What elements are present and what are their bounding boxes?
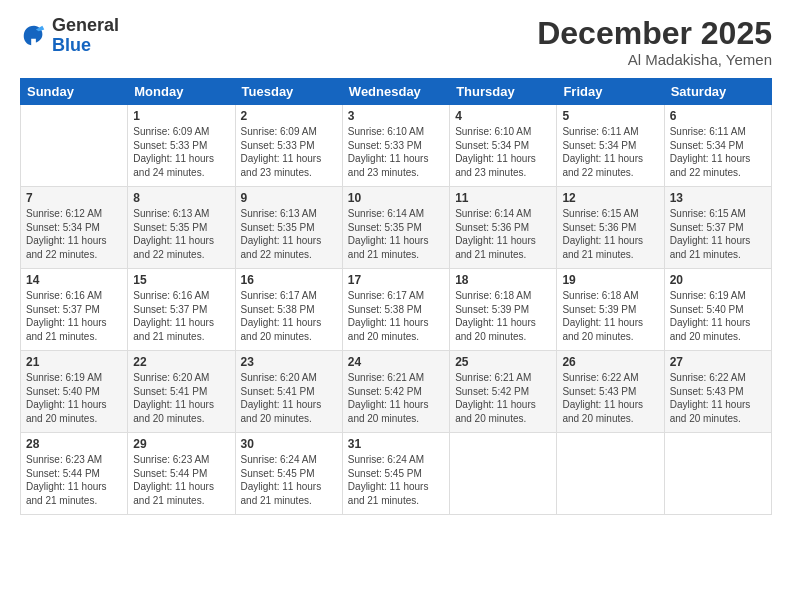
calendar-week-row: 21Sunrise: 6:19 AM Sunset: 5:40 PM Dayli…	[21, 351, 772, 433]
day-number: 16	[241, 273, 337, 287]
day-info: Sunrise: 6:12 AM Sunset: 5:34 PM Dayligh…	[26, 207, 122, 261]
logo-icon	[20, 22, 48, 50]
calendar-cell: 13Sunrise: 6:15 AM Sunset: 5:37 PM Dayli…	[664, 187, 771, 269]
calendar-header-row: SundayMondayTuesdayWednesdayThursdayFrid…	[21, 79, 772, 105]
day-info: Sunrise: 6:11 AM Sunset: 5:34 PM Dayligh…	[562, 125, 658, 179]
calendar-cell: 11Sunrise: 6:14 AM Sunset: 5:36 PM Dayli…	[450, 187, 557, 269]
day-number: 1	[133, 109, 229, 123]
day-info: Sunrise: 6:20 AM Sunset: 5:41 PM Dayligh…	[133, 371, 229, 425]
month-title: December 2025	[537, 16, 772, 51]
day-number: 15	[133, 273, 229, 287]
day-number: 24	[348, 355, 444, 369]
calendar-cell: 4Sunrise: 6:10 AM Sunset: 5:34 PM Daylig…	[450, 105, 557, 187]
calendar-table: SundayMondayTuesdayWednesdayThursdayFrid…	[20, 78, 772, 515]
day-number: 31	[348, 437, 444, 451]
calendar-cell: 31Sunrise: 6:24 AM Sunset: 5:45 PM Dayli…	[342, 433, 449, 515]
calendar-cell: 26Sunrise: 6:22 AM Sunset: 5:43 PM Dayli…	[557, 351, 664, 433]
calendar-cell: 23Sunrise: 6:20 AM Sunset: 5:41 PM Dayli…	[235, 351, 342, 433]
column-header-friday: Friday	[557, 79, 664, 105]
day-info: Sunrise: 6:16 AM Sunset: 5:37 PM Dayligh…	[133, 289, 229, 343]
title-block: December 2025 Al Madakisha, Yemen	[537, 16, 772, 68]
calendar-cell: 24Sunrise: 6:21 AM Sunset: 5:42 PM Dayli…	[342, 351, 449, 433]
day-info: Sunrise: 6:19 AM Sunset: 5:40 PM Dayligh…	[26, 371, 122, 425]
calendar-cell: 10Sunrise: 6:14 AM Sunset: 5:35 PM Dayli…	[342, 187, 449, 269]
calendar-cell	[21, 105, 128, 187]
logo: General Blue	[20, 16, 119, 56]
logo-text-block: General Blue	[52, 16, 119, 56]
location: Al Madakisha, Yemen	[537, 51, 772, 68]
day-number: 19	[562, 273, 658, 287]
day-number: 13	[670, 191, 766, 205]
day-info: Sunrise: 6:13 AM Sunset: 5:35 PM Dayligh…	[133, 207, 229, 261]
column-header-saturday: Saturday	[664, 79, 771, 105]
calendar-cell: 14Sunrise: 6:16 AM Sunset: 5:37 PM Dayli…	[21, 269, 128, 351]
day-number: 12	[562, 191, 658, 205]
calendar-cell: 25Sunrise: 6:21 AM Sunset: 5:42 PM Dayli…	[450, 351, 557, 433]
day-info: Sunrise: 6:13 AM Sunset: 5:35 PM Dayligh…	[241, 207, 337, 261]
calendar-week-row: 1Sunrise: 6:09 AM Sunset: 5:33 PM Daylig…	[21, 105, 772, 187]
day-number: 5	[562, 109, 658, 123]
day-info: Sunrise: 6:24 AM Sunset: 5:45 PM Dayligh…	[241, 453, 337, 507]
day-number: 4	[455, 109, 551, 123]
calendar-cell	[664, 433, 771, 515]
calendar-cell: 2Sunrise: 6:09 AM Sunset: 5:33 PM Daylig…	[235, 105, 342, 187]
day-info: Sunrise: 6:09 AM Sunset: 5:33 PM Dayligh…	[133, 125, 229, 179]
logo-text: General Blue	[52, 16, 119, 56]
calendar-cell: 30Sunrise: 6:24 AM Sunset: 5:45 PM Dayli…	[235, 433, 342, 515]
calendar-cell: 21Sunrise: 6:19 AM Sunset: 5:40 PM Dayli…	[21, 351, 128, 433]
day-info: Sunrise: 6:21 AM Sunset: 5:42 PM Dayligh…	[455, 371, 551, 425]
day-info: Sunrise: 6:10 AM Sunset: 5:33 PM Dayligh…	[348, 125, 444, 179]
calendar-cell	[450, 433, 557, 515]
day-number: 2	[241, 109, 337, 123]
day-info: Sunrise: 6:18 AM Sunset: 5:39 PM Dayligh…	[455, 289, 551, 343]
calendar-cell: 16Sunrise: 6:17 AM Sunset: 5:38 PM Dayli…	[235, 269, 342, 351]
day-number: 29	[133, 437, 229, 451]
day-number: 8	[133, 191, 229, 205]
calendar-cell: 28Sunrise: 6:23 AM Sunset: 5:44 PM Dayli…	[21, 433, 128, 515]
calendar-cell: 3Sunrise: 6:10 AM Sunset: 5:33 PM Daylig…	[342, 105, 449, 187]
day-info: Sunrise: 6:17 AM Sunset: 5:38 PM Dayligh…	[241, 289, 337, 343]
calendar-cell: 18Sunrise: 6:18 AM Sunset: 5:39 PM Dayli…	[450, 269, 557, 351]
calendar-cell: 9Sunrise: 6:13 AM Sunset: 5:35 PM Daylig…	[235, 187, 342, 269]
day-number: 27	[670, 355, 766, 369]
day-number: 26	[562, 355, 658, 369]
calendar-cell: 17Sunrise: 6:17 AM Sunset: 5:38 PM Dayli…	[342, 269, 449, 351]
calendar-cell: 15Sunrise: 6:16 AM Sunset: 5:37 PM Dayli…	[128, 269, 235, 351]
page: General Blue December 2025 Al Madakisha,…	[0, 0, 792, 612]
day-info: Sunrise: 6:21 AM Sunset: 5:42 PM Dayligh…	[348, 371, 444, 425]
column-header-sunday: Sunday	[21, 79, 128, 105]
calendar-week-row: 28Sunrise: 6:23 AM Sunset: 5:44 PM Dayli…	[21, 433, 772, 515]
calendar-week-row: 7Sunrise: 6:12 AM Sunset: 5:34 PM Daylig…	[21, 187, 772, 269]
day-info: Sunrise: 6:22 AM Sunset: 5:43 PM Dayligh…	[670, 371, 766, 425]
day-info: Sunrise: 6:14 AM Sunset: 5:36 PM Dayligh…	[455, 207, 551, 261]
calendar-week-row: 14Sunrise: 6:16 AM Sunset: 5:37 PM Dayli…	[21, 269, 772, 351]
calendar-cell: 6Sunrise: 6:11 AM Sunset: 5:34 PM Daylig…	[664, 105, 771, 187]
day-info: Sunrise: 6:23 AM Sunset: 5:44 PM Dayligh…	[133, 453, 229, 507]
day-info: Sunrise: 6:15 AM Sunset: 5:37 PM Dayligh…	[670, 207, 766, 261]
day-number: 23	[241, 355, 337, 369]
calendar-cell: 7Sunrise: 6:12 AM Sunset: 5:34 PM Daylig…	[21, 187, 128, 269]
day-info: Sunrise: 6:11 AM Sunset: 5:34 PM Dayligh…	[670, 125, 766, 179]
day-info: Sunrise: 6:16 AM Sunset: 5:37 PM Dayligh…	[26, 289, 122, 343]
column-header-thursday: Thursday	[450, 79, 557, 105]
day-number: 7	[26, 191, 122, 205]
calendar-cell: 22Sunrise: 6:20 AM Sunset: 5:41 PM Dayli…	[128, 351, 235, 433]
day-number: 18	[455, 273, 551, 287]
column-header-monday: Monday	[128, 79, 235, 105]
day-number: 9	[241, 191, 337, 205]
day-number: 20	[670, 273, 766, 287]
day-number: 14	[26, 273, 122, 287]
day-info: Sunrise: 6:23 AM Sunset: 5:44 PM Dayligh…	[26, 453, 122, 507]
day-number: 17	[348, 273, 444, 287]
day-info: Sunrise: 6:22 AM Sunset: 5:43 PM Dayligh…	[562, 371, 658, 425]
day-info: Sunrise: 6:17 AM Sunset: 5:38 PM Dayligh…	[348, 289, 444, 343]
calendar-cell: 19Sunrise: 6:18 AM Sunset: 5:39 PM Dayli…	[557, 269, 664, 351]
calendar-cell	[557, 433, 664, 515]
day-number: 3	[348, 109, 444, 123]
calendar-cell: 5Sunrise: 6:11 AM Sunset: 5:34 PM Daylig…	[557, 105, 664, 187]
day-info: Sunrise: 6:19 AM Sunset: 5:40 PM Dayligh…	[670, 289, 766, 343]
day-info: Sunrise: 6:10 AM Sunset: 5:34 PM Dayligh…	[455, 125, 551, 179]
day-number: 11	[455, 191, 551, 205]
day-number: 25	[455, 355, 551, 369]
day-info: Sunrise: 6:09 AM Sunset: 5:33 PM Dayligh…	[241, 125, 337, 179]
